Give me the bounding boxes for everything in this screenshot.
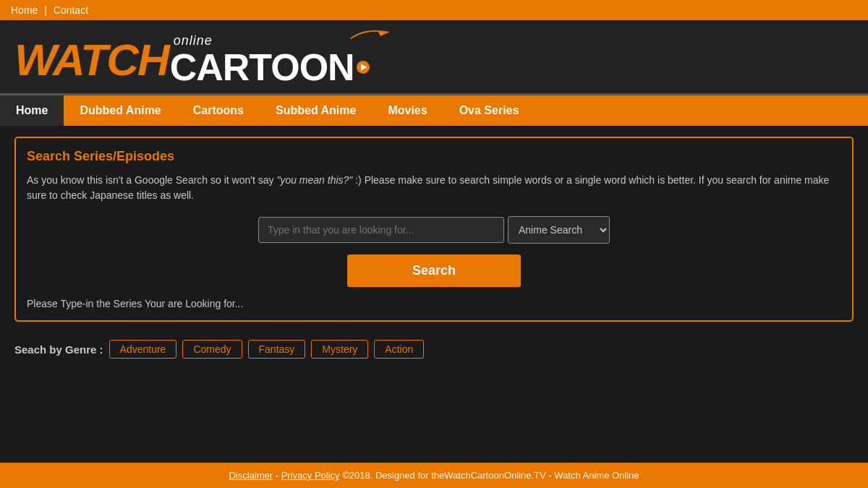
logo-watch: WATCH (14, 38, 169, 82)
separator: | (44, 4, 47, 16)
genre-adventure[interactable]: Adventure (109, 340, 177, 359)
search-button-row: Search (27, 254, 841, 287)
footer-sep1: - (276, 470, 281, 481)
genre-fantasy[interactable]: Fantasy (248, 340, 306, 359)
footer-copyright: ©2018. Designed for theWatchCartoonOnlin… (342, 470, 639, 481)
search-section-title: Search Series/Episodes (27, 149, 841, 164)
home-link[interactable]: Home (11, 4, 38, 16)
nav-home[interactable]: Home (0, 95, 64, 126)
nav-movies[interactable]: Movies (372, 95, 443, 126)
search-desc-italic: "you mean this?" (276, 174, 352, 186)
contact-link[interactable]: Contact (54, 4, 88, 16)
search-desc-text1: As you know this isn't a Gooogle Search … (27, 174, 276, 186)
nav-cartoons[interactable]: Cartoons (177, 95, 260, 126)
main-content: Search Series/Episodes As you know this … (0, 126, 868, 373)
top-bar: Home | Contact (0, 0, 868, 20)
nav-subbed-anime[interactable]: Subbed Anime (260, 95, 372, 126)
search-row: Anime Search Cartoon Search Movie Search (27, 216, 841, 244)
genre-section: Seach by Genre : Adventure Comedy Fantas… (14, 336, 854, 362)
footer-privacy[interactable]: Privacy Policy (281, 470, 340, 481)
search-type-select[interactable]: Anime Search Cartoon Search Movie Search (508, 216, 610, 244)
logo-swoosh-icon (348, 27, 391, 42)
main-nav: Home Dubbed Anime Cartoons Subbed Anime … (0, 95, 868, 126)
search-status: Please Type-in the Series Your are Looki… (27, 298, 841, 309)
nav-ova-series[interactable]: Ova Series (443, 95, 535, 126)
logo-area: WATCH online CARTOON (0, 20, 868, 95)
footer: Disclaimer - Privacy Policy ©2018. Desig… (0, 463, 868, 488)
logo-cartoon: CARTOON (170, 48, 354, 86)
search-input[interactable] (258, 217, 504, 243)
nav-dubbed-anime[interactable]: Dubbed Anime (64, 95, 176, 126)
genre-action[interactable]: Action (374, 340, 424, 359)
search-button[interactable]: Search (347, 254, 521, 287)
search-description: As you know this isn't a Gooogle Search … (27, 173, 841, 203)
logo-right: online CARTOON (170, 33, 370, 86)
search-section: Search Series/Episodes As you know this … (14, 137, 854, 322)
genre-comedy[interactable]: Comedy (182, 340, 242, 359)
logo-play-icon (357, 61, 370, 74)
footer-disclaimer[interactable]: Disclaimer (229, 470, 273, 481)
genre-label: Seach by Genre : (14, 343, 103, 356)
genre-mystery[interactable]: Mystery (311, 340, 368, 359)
